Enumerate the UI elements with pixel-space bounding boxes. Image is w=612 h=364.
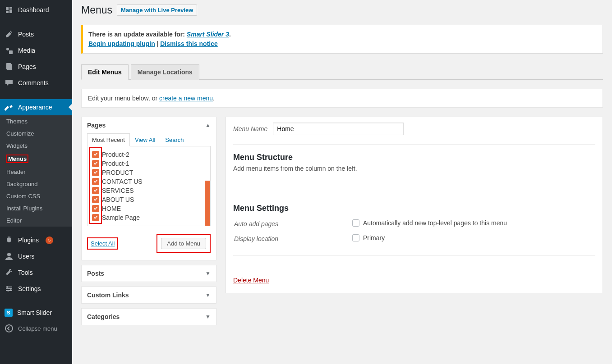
chevron-down-icon: ▼ <box>205 270 211 277</box>
manage-live-preview-button[interactable]: Manage with Live Preview <box>117 5 197 16</box>
checkbox-checked[interactable] <box>92 151 99 158</box>
add-to-menu-button[interactable]: Add to Menu <box>161 238 206 249</box>
submenu-themes[interactable]: Themes <box>0 115 72 127</box>
tab-edit-menus[interactable]: Edit Menus <box>81 64 129 80</box>
sidebar-item-appearance[interactable]: Appearance <box>0 99 72 115</box>
page-label: Product-1 <box>102 160 129 167</box>
page-label: CONTACT US <box>102 178 143 185</box>
sidebar-label: Settings <box>18 285 41 292</box>
svg-rect-1 <box>9 50 13 54</box>
page-label: Product-2 <box>102 151 129 158</box>
submenu-header[interactable]: Header <box>0 166 72 178</box>
settings-icon <box>5 284 14 293</box>
sidebar-item-smart-slider[interactable]: S Smart Slider <box>0 305 72 320</box>
sidebar-label: Smart Slider <box>17 309 52 316</box>
submenu-background[interactable]: Background <box>0 178 72 190</box>
metabox-categories: Categories ▼ <box>81 308 216 325</box>
collapse-label: Collapse menu <box>18 325 57 332</box>
checkbox-checked[interactable] <box>92 196 99 203</box>
menu-name-label: Menu Name <box>233 125 267 132</box>
begin-update-link[interactable]: Begin updating plugin <box>88 40 155 47</box>
page-label: Sample Page <box>102 214 140 221</box>
sidebar-item-tools[interactable]: Tools <box>0 264 72 281</box>
sidebar-item-plugins[interactable]: Plugins 5 <box>0 232 72 248</box>
tools-icon <box>5 268 14 277</box>
menu-structure-help: Add menu items from the column on the le… <box>233 165 595 172</box>
sidebar-label: Pages <box>18 63 36 70</box>
notice-plugin-link[interactable]: Smart Slider 3 <box>187 31 229 38</box>
menu-name-input[interactable] <box>273 123 404 135</box>
submenu-menus[interactable]: Menus <box>0 152 72 166</box>
scrollbar-thumb[interactable] <box>205 181 210 226</box>
page-title: Menus <box>81 4 112 16</box>
metabox-custom-links: Custom Links ▼ <box>81 287 216 304</box>
sidebar-label: Comments <box>18 79 49 86</box>
tab-most-recent[interactable]: Most Recent <box>87 133 130 146</box>
tab-manage-locations[interactable]: Manage Locations <box>131 64 199 80</box>
chevron-down-icon: ▼ <box>205 292 211 298</box>
media-icon <box>5 46 14 55</box>
page-item[interactable]: HOME <box>92 204 206 213</box>
display-location-option[interactable]: Primary <box>352 234 385 241</box>
option-text: Automatically add new top-level pages to… <box>363 219 507 227</box>
svg-point-9 <box>10 288 12 290</box>
sidebar-item-posts[interactable]: Posts <box>0 26 72 42</box>
sidebar-item-pages[interactable]: Pages <box>0 59 72 75</box>
svg-point-11 <box>5 325 13 332</box>
sidebar-item-users[interactable]: Users <box>0 248 72 264</box>
submenu-customize[interactable]: Customize <box>0 127 72 140</box>
svg-point-4 <box>7 253 11 256</box>
users-icon <box>5 252 14 261</box>
metabox-title: Posts <box>87 270 104 277</box>
sidebar-item-media[interactable]: Media <box>0 42 72 59</box>
page-item[interactable]: CONTACT US <box>92 177 206 186</box>
page-item[interactable]: Product-2 <box>92 150 206 159</box>
sidebar-item-dashboard[interactable]: Dashboard <box>0 2 72 18</box>
metabox-posts: Posts ▼ <box>81 265 216 282</box>
sidebar-item-comments[interactable]: Comments <box>0 75 72 91</box>
svg-rect-3 <box>7 64 12 70</box>
create-new-menu-link[interactable]: create a new menu <box>159 95 213 102</box>
sidebar-label: Media <box>18 47 35 54</box>
delete-menu-link[interactable]: Delete Menu <box>233 277 269 284</box>
prompt-pre: Edit your menu below, or <box>88 95 159 102</box>
checkbox-checked[interactable] <box>92 169 99 176</box>
metabox-posts-toggle[interactable]: Posts ▼ <box>82 265 216 282</box>
nav-tabs: Edit Menus Manage Locations <box>81 60 603 80</box>
page-item[interactable]: ABOUT US <box>92 195 206 204</box>
checkbox-unchecked[interactable] <box>352 219 359 227</box>
admin-sidebar: Dashboard Posts Media Pages Comments App… <box>0 0 72 348</box>
submenu-widgets[interactable]: Widgets <box>0 140 72 152</box>
collapse-menu[interactable]: Collapse menu <box>0 320 72 337</box>
page-item[interactable]: Product-1 <box>92 159 206 168</box>
svg-point-8 <box>6 286 8 288</box>
pages-inner-tabs: Most Recent View All Search <box>87 133 211 146</box>
dismiss-notice-link[interactable]: Dismiss this notice <box>160 40 218 47</box>
tab-search[interactable]: Search <box>160 133 189 146</box>
checkbox-checked[interactable] <box>92 160 99 167</box>
checkbox-checked[interactable] <box>92 214 99 221</box>
main-content: Menus Manage with Live Preview There is … <box>72 0 612 348</box>
auto-add-pages-option[interactable]: Automatically add new top-level pages to… <box>352 219 507 227</box>
sidebar-item-settings[interactable]: Settings <box>0 281 72 297</box>
page-item[interactable]: PRODUCT <box>92 168 206 177</box>
svg-point-10 <box>7 290 9 291</box>
page-item[interactable]: Sample Page <box>92 213 206 222</box>
smart-slider-icon: S <box>5 309 13 317</box>
checkbox-checked[interactable] <box>92 187 99 194</box>
checkbox-checked[interactable] <box>92 178 99 185</box>
metabox-categories-toggle[interactable]: Categories ▼ <box>82 309 216 325</box>
select-all-link[interactable]: Select All <box>91 240 115 247</box>
submenu-custom-css[interactable]: Custom CSS <box>0 190 72 202</box>
page-label: ABOUT US <box>102 196 134 203</box>
submenu-install-plugins[interactable]: Install Plugins <box>0 202 72 214</box>
tab-view-all[interactable]: View All <box>130 133 160 146</box>
page-item[interactable]: SERVICES <box>92 186 206 195</box>
metabox-pages-toggle[interactable]: Pages ▲ <box>82 117 216 133</box>
checkbox-checked[interactable] <box>92 205 99 212</box>
submenu-editor[interactable]: Editor <box>0 214 72 227</box>
metabox-custom-links-toggle[interactable]: Custom Links ▼ <box>82 287 216 303</box>
chevron-up-icon: ▲ <box>205 122 211 128</box>
pages-checklist[interactable]: Product-2 Product-1 PRODUCT CONTACT <box>87 146 211 226</box>
checkbox-unchecked[interactable] <box>352 234 359 241</box>
